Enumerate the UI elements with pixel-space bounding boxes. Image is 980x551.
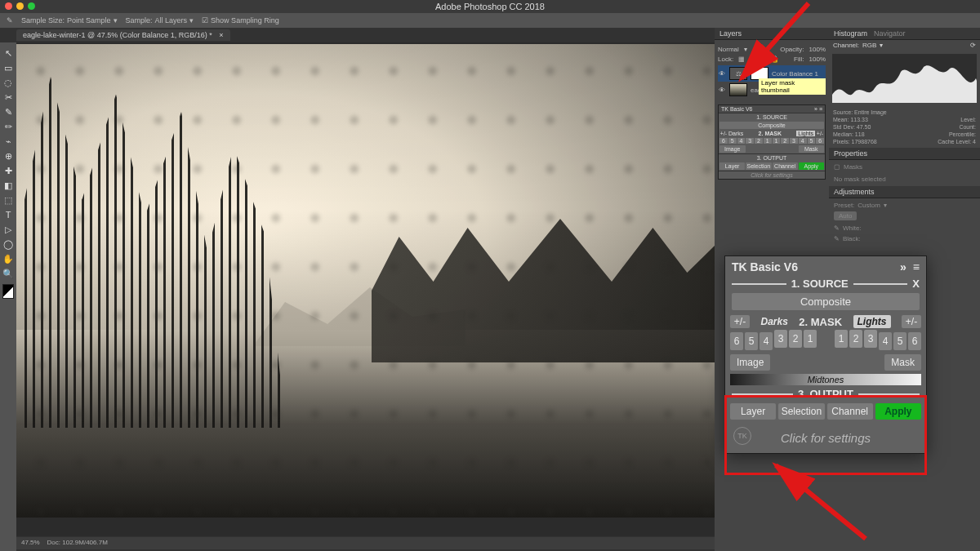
eraser-tool[interactable]: ⬚ [0,193,16,207]
opacity-value[interactable]: 100% [809,46,826,53]
tk-mini-n[interactable]: 4 [799,138,807,144]
brush-tool[interactable]: ✏ [0,119,16,134]
navigator-tab[interactable]: Navigator [874,29,906,38]
lasso-tool[interactable]: ◌ [0,75,16,90]
tk-plus-lights[interactable]: +/- [902,315,921,328]
tk-minus-darks[interactable]: +/- [730,315,750,328]
tk-mini-image[interactable]: Image [719,145,746,153]
tk-light-1[interactable]: 1 [835,330,848,348]
tk-mini-n[interactable]: 4 [737,138,746,144]
move-tool[interactable]: ↖ [0,46,16,60]
tk-mini-n[interactable]: 2 [781,138,789,144]
sample-control[interactable]: Sample: All Layers ▾ [126,16,194,24]
gradient-tool[interactable]: ◧ [0,178,16,193]
healing-tool[interactable]: ⌁ [0,134,16,149]
tk-output-channel[interactable]: Channel [827,403,873,420]
tk-mini-settings[interactable]: Click for settings [719,171,825,179]
tk-mini-n[interactable]: 3 [746,138,754,144]
tk-mini-composite[interactable]: Composite [719,122,824,129]
minimize-window-icon[interactable] [16,2,24,10]
visibility-icon[interactable]: 👁 [718,87,726,94]
lock-brush-icon[interactable]: ✎ [750,56,755,63]
tk-output-selection[interactable]: Selection [778,403,824,420]
zoom-window-icon[interactable] [28,2,35,10]
black-eyedropper-icon[interactable]: ✎ [834,235,840,242]
tk-mini-sel[interactable]: Selection [746,162,771,170]
hand-tool[interactable]: ✋ [0,251,16,266]
document-tab[interactable]: eagle-lake-winter-1 @ 47.5% (Color Balan… [16,29,230,41]
tk-dark-1[interactable]: 1 [804,330,817,348]
crop-tool[interactable]: ✂ [0,90,16,104]
tk-mini-pm2[interactable]: +/- [816,131,824,136]
tk-mini-n[interactable]: 2 [755,138,763,144]
eyedropper-tool[interactable]: ✎ [0,104,16,119]
tk-mini-n[interactable]: 5 [728,138,737,144]
path-tool[interactable]: ▷ [0,222,16,237]
tk-dark-6[interactable]: 6 [730,332,743,350]
lock-move-icon[interactable]: ✥ [760,56,766,63]
layer-row-color-balance[interactable]: 👁 ⚖ Color Balance 1 Layer mask thumbnail [718,65,826,82]
refresh-icon[interactable]: ⟳ [970,42,976,49]
tk-light-2[interactable]: 2 [849,330,862,348]
type-tool[interactable]: T [0,207,16,222]
zoom-tool[interactable]: 🔍 [0,266,16,281]
channel-select[interactable]: RGB [862,42,876,49]
tk-mini-layer[interactable]: Layer [719,162,745,170]
tk-mini-n[interactable]: 6 [816,138,824,144]
tk-close-button[interactable]: X [912,278,920,290]
tk-mini-n[interactable]: 1 [764,138,772,144]
tk-image-button[interactable]: Image [730,354,770,371]
properties-tab[interactable]: Properties [834,149,867,158]
layers-panel-header[interactable]: Layers [715,28,829,40]
tk-dark-2[interactable]: 2 [789,330,802,348]
tk-midtones-label[interactable]: Midtones [730,374,921,385]
fill-value[interactable]: 100% [809,56,826,63]
tk-mask-button[interactable]: Mask [884,354,921,371]
auto-button[interactable]: Auto [834,211,857,220]
histogram-tab[interactable]: Histogram [834,29,867,38]
lock-all-icon[interactable]: 🔒 [771,56,779,63]
tk-mini-n[interactable]: 1 [773,138,781,144]
color-swatch[interactable] [2,284,14,299]
tk-mini-menu-icon[interactable]: » ≡ [814,106,822,112]
tk-mini-chan[interactable]: Channel [773,162,798,170]
blend-mode-select[interactable]: Normal [718,46,739,53]
image-thumb[interactable] [729,83,747,96]
lock-transparent-icon[interactable]: ▦ [738,56,745,63]
layer-name[interactable]: Color Balance 1 [772,70,818,78]
tk-dark-4[interactable]: 4 [760,332,773,350]
tk-light-5[interactable]: 5 [893,332,906,350]
tk-settings-link[interactable]: Click for settings [725,424,926,453]
adjustment-thumb[interactable]: ⚖ [729,67,747,80]
canvas[interactable] [16,42,715,536]
zoom-level[interactable]: 47.5% [21,539,40,546]
adjustments-tab[interactable]: Adjustments [829,186,980,198]
shape-tool[interactable]: ◯ [0,237,16,251]
tk-mini-n[interactable]: 3 [790,138,798,144]
tk-dark-3[interactable]: 3 [774,330,787,348]
tk-mini-n[interactable]: 6 [719,138,728,144]
tk-mini-n[interactable]: 5 [808,138,816,144]
preset-select[interactable]: Custom [858,202,880,209]
close-tab-icon[interactable]: × [219,31,223,39]
history-brush-tool[interactable]: ✚ [0,163,16,178]
show-ring-checkbox[interactable]: ☑ Show Sampling Ring [202,16,279,24]
tk-menu-icon[interactable]: ≡ [913,260,920,273]
white-eyedropper-icon[interactable]: ✎ [834,224,840,232]
close-window-icon[interactable] [5,2,12,10]
tk-composite-button[interactable]: Composite [732,293,920,310]
tk-light-6[interactable]: 6 [908,332,921,350]
sample-size-control[interactable]: Sample Size: Point Sample ▾ [21,16,118,24]
tk-mini-mask-btn[interactable]: Mask [799,145,825,153]
tk-mini-pm[interactable]: +/- [719,131,728,136]
clone-tool[interactable]: ⊕ [0,149,16,163]
tk-output-layer[interactable]: Layer [730,403,776,420]
marquee-tool[interactable]: ▭ [0,60,16,75]
tk-light-3[interactable]: 3 [864,330,877,348]
tk-mini-apply[interactable]: Apply [799,162,824,170]
visibility-icon[interactable]: 👁 [718,70,726,78]
tk-apply-button[interactable]: Apply [875,403,921,420]
tk-collapse-icon[interactable]: » [900,260,906,273]
tk-dark-5[interactable]: 5 [745,332,758,350]
tk-light-4[interactable]: 4 [879,332,892,350]
